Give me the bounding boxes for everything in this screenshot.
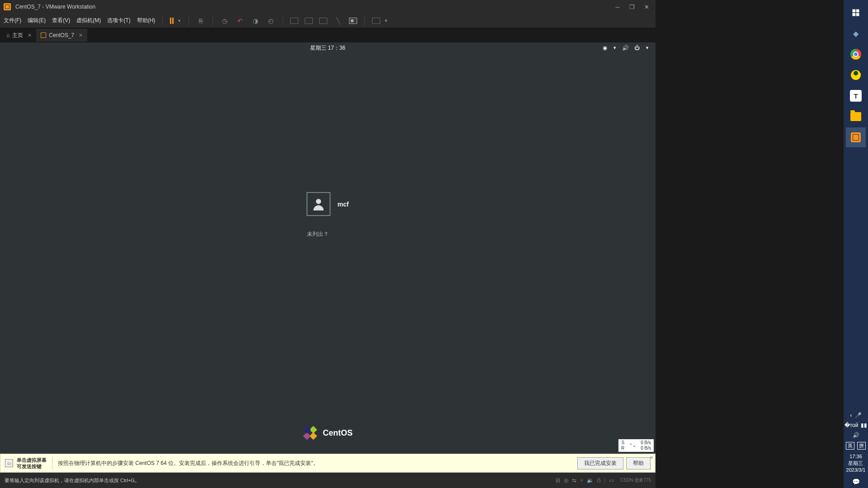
snapshot-take-icon[interactable]: ◷ [220,16,229,25]
login-panel: mcf 未列出？ [307,192,349,238]
install-info-bar: ▭ 单击虚拟屏幕可发送按键 按照在物理计算机中的步骤安装 CentOS 7 64… [0,454,656,473]
divider [283,16,283,25]
close-tab-icon[interactable]: ✕ [79,33,83,38]
message-log-icon[interactable]: ▭ [609,477,614,483]
microphone-icon[interactable]: 🎤 [855,412,862,418]
sound-icon[interactable]: 🔉 [587,477,594,483]
accessibility-icon[interactable]: ◉ [603,45,607,51]
taskbar-chrome[interactable] [846,44,866,64]
usb-icon[interactable]: ⑂ [580,477,583,483]
wifi-icon[interactable]: �той [844,422,859,428]
close-button[interactable]: ✕ [641,1,652,12]
taskbar-vmware[interactable] [846,127,866,147]
gnome-top-bar: 星期三 17：36 ◉ ▼ 🔊 ⏻ ▼ [0,42,656,53]
close-tab-icon[interactable]: ✕ [28,33,32,38]
power-icon[interactable]: ⏻ [634,45,640,51]
start-button[interactable] [846,3,866,23]
close-info-icon[interactable]: ✕ [650,455,653,460]
send-ctrlaltdel-icon[interactable]: ⎘ [196,16,205,25]
layout-thumb-icon[interactable] [319,18,327,24]
snapshot-revert-icon[interactable]: ↶ [236,16,245,25]
maximize-button[interactable]: ❐ [627,1,637,12]
chrome-icon [850,49,861,60]
taskbar-app-yellow[interactable] [846,65,866,85]
taskbar-explorer[interactable] [846,107,866,127]
snapshot-manage-icon[interactable]: ◑ [251,16,260,25]
menu-file[interactable]: 文件(F) [4,17,21,24]
minimize-button[interactable]: ─ [612,1,623,12]
network-adapter-icon[interactable]: ⇆ [572,477,576,483]
window-title: CentOS_7 - VMware Workstation [15,4,612,10]
divider [162,16,163,25]
hdd-icon[interactable]: ⊟ [556,477,560,483]
svg-rect-2 [856,9,859,13]
tray-row[interactable]: �той ▮▮ [844,420,868,430]
cdrom-icon[interactable]: ◎ [564,477,568,483]
gnome-clock[interactable]: 星期三 17：36 [310,44,345,52]
centos-logo: CentOS [303,426,353,440]
notification-center-icon[interactable]: 💬 [852,475,860,488]
not-listed-link[interactable]: 未列出？ [307,230,329,238]
chevron-down-icon[interactable]: ▼ [177,19,181,23]
menu-view[interactable]: 查看(V) [52,17,70,24]
tab-centos7[interactable]: CentOS_7 ✕ [36,29,87,42]
home-icon: ⌂ [6,32,9,38]
status-bar: 要将输入定向到该虚拟机，请在虚拟机内部单击或按 Ctrl+G。 ⊟ ◎ ⇆ ⑂ … [0,473,656,488]
divider [364,16,365,25]
console-view-icon[interactable] [349,18,357,24]
yellow-app-icon [851,70,861,80]
tab-home[interactable]: ⌂ 主页 ✕ [2,29,36,42]
help-button[interactable]: 帮助 [626,457,651,469]
chevron-down-icon[interactable]: ▼ [384,19,388,23]
menu-help[interactable]: 帮助(H) [137,17,156,24]
vmware-icon [851,132,861,142]
volume-icon[interactable]: 🔊 [622,45,629,51]
status-message: 要将输入定向到该虚拟机，请在虚拟机内部单击或按 Ctrl+G。 [5,477,556,484]
centos-brand-text: CentOS [323,428,353,438]
monitor-icon: ▭ [5,459,13,467]
layout-split-icon[interactable] [305,18,313,24]
vmware-app-icon [4,3,11,10]
centos-mark-icon [300,422,320,443]
taskbar-text-app[interactable]: T [846,86,866,106]
volume-icon[interactable]: 🔊 [853,432,859,438]
fullscreen-icon[interactable] [372,18,380,24]
menu-edit[interactable]: 编辑(E) [28,17,46,24]
chevron-left-icon[interactable]: ‹ [850,412,852,418]
tab-label: 主页 [12,32,23,39]
watermark-text: CSDN @麦775 [620,477,651,483]
tray-row[interactable]: 🔊 [844,430,868,440]
svg-rect-1 [853,9,856,13]
chevron-down-icon[interactable]: ▼ [613,46,617,50]
info-message: 按照在物理计算机中的步骤安装 CentOS 7 64 位。安装完成后，操作系统会… [58,460,575,467]
svg-rect-4 [856,13,859,16]
tray-row[interactable]: ‹ 🎤 [844,410,868,420]
svg-point-0 [316,199,321,204]
pause-vm-button[interactable] [170,18,174,24]
snapshot-clock-icon[interactable]: ◴ [266,16,275,25]
divider [52,457,52,469]
guest-display[interactable]: 星期三 17：36 ◉ ▼ 🔊 ⏻ ▼ mcf 未列出？ CentOS [0,42,656,454]
divider [189,16,189,25]
menu-tabs[interactable]: 选项卡(T) [107,17,130,24]
install-done-button[interactable]: 我已完成安装 [577,457,623,469]
taskbar-app-unknown[interactable]: ◆ [846,23,866,43]
titlebar: CentOS_7 - VMware Workstation ─ ❐ ✕ [0,0,656,14]
taskbar-clock[interactable]: 17:36 星期三 2023/3/1 [846,451,866,475]
menu-vm[interactable]: 虚拟机(M) [76,17,101,24]
tabbar: ⌂ 主页 ✕ CentOS_7 ✕ [0,28,656,42]
layout-single-icon[interactable] [290,18,298,24]
chevron-down-icon[interactable]: ▼ [645,46,649,50]
printer-icon[interactable]: ⎙ [597,477,600,483]
tab-label: CentOS_7 [49,32,74,38]
network-speed-widget[interactable]: SR ⌃⌄ 0 B/s0 B/s [618,439,654,452]
user-avatar-icon [307,192,330,216]
vm-tab-icon [41,33,46,38]
windows-taskbar: ◆ T ‹ 🎤 �той ▮▮ 🔊 英 拼 17:36 星期三 2023/3/1… [844,0,868,488]
battery-icon[interactable]: ▮▮ [861,422,867,428]
folder-icon [850,112,861,121]
user-select-mcf[interactable]: mcf [307,192,349,216]
svg-rect-3 [853,13,856,16]
ime-indicator[interactable]: 英 拼 [846,440,866,451]
unity-icon[interactable]: ╲ [334,16,343,25]
